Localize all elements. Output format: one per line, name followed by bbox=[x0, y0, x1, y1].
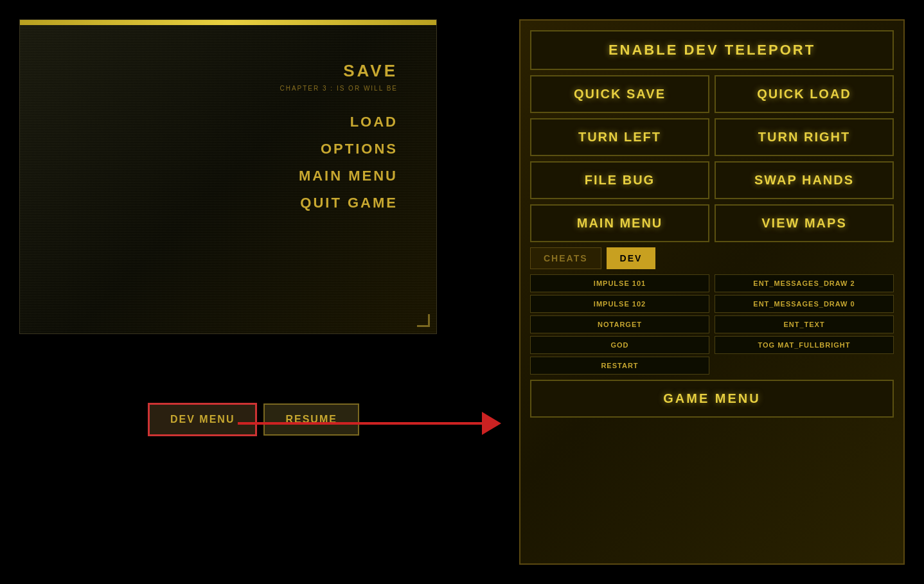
arrow-line bbox=[238, 422, 482, 425]
corner-decoration bbox=[417, 314, 430, 327]
main-menu-button[interactable]: MAIN MENU bbox=[530, 204, 709, 242]
turn-row: TURN LEFT TURN RIGHT bbox=[530, 118, 894, 156]
turn-left-button[interactable]: TURN LEFT bbox=[530, 118, 709, 156]
menu-item-save[interactable]: SAVE bbox=[343, 58, 398, 84]
list-item[interactable]: ENT_TEXT bbox=[715, 315, 894, 333]
right-dev-panel: ENABLE DEV TELEPORT QUICK SAVE QUICK LOA… bbox=[519, 19, 905, 565]
list-item[interactable]: IMPULSE 102 bbox=[530, 295, 709, 313]
quick-save-button[interactable]: QUICK SAVE bbox=[530, 75, 709, 113]
menu-items-list: SAVE CHAPTER 3 : IS OR WILL BE LOAD OPTI… bbox=[280, 58, 398, 214]
menu-item-load[interactable]: LOAD bbox=[350, 111, 398, 133]
tabs-row: CHEATS DEV bbox=[530, 247, 894, 269]
list-item[interactable]: ENT_MESSAGES_DRAW 0 bbox=[715, 295, 894, 313]
cheat-col-right: ENT_MESSAGES_DRAW 2 ENT_MESSAGES_DRAW 0 … bbox=[715, 274, 894, 375]
turn-right-button[interactable]: TURN RIGHT bbox=[715, 118, 894, 156]
cheat-items-container: IMPULSE 101 IMPULSE 102 NOTARGET GOD RES… bbox=[530, 274, 894, 375]
enable-dev-teleport-button[interactable]: ENABLE DEV TELEPORT bbox=[530, 30, 894, 70]
game-menu-button[interactable]: GAME MENU bbox=[530, 380, 894, 418]
main-menu-view-maps-row: MAIN MENU VIEW MAPS bbox=[530, 204, 894, 242]
cheat-col-left: IMPULSE 101 IMPULSE 102 NOTARGET GOD RES… bbox=[530, 274, 709, 375]
list-item[interactable]: TOG MAT_FULLBRIGHT bbox=[715, 336, 894, 354]
list-item[interactable]: ENT_MESSAGES_DRAW 2 bbox=[715, 274, 894, 292]
menu-item-save-subtitle: CHAPTER 3 : IS OR WILL BE bbox=[280, 82, 398, 94]
file-bug-button[interactable]: FILE BUG bbox=[530, 161, 709, 199]
swap-hands-button[interactable]: SWAP HANDS bbox=[715, 161, 894, 199]
view-maps-button[interactable]: VIEW MAPS bbox=[715, 204, 894, 242]
quick-save-load-row: QUICK SAVE QUICK LOAD bbox=[530, 75, 894, 113]
quick-load-button[interactable]: QUICK LOAD bbox=[715, 75, 894, 113]
menu-item-options[interactable]: OPTIONS bbox=[321, 138, 398, 160]
menu-item-main-menu[interactable]: MAIN MENU bbox=[299, 165, 398, 187]
list-item[interactable]: NOTARGET bbox=[530, 315, 709, 333]
arrow-indicator bbox=[238, 407, 508, 439]
file-bug-swap-row: FILE BUG SWAP HANDS bbox=[530, 161, 894, 199]
tab-cheats[interactable]: CHEATS bbox=[530, 247, 601, 269]
tab-dev[interactable]: DEV bbox=[607, 247, 656, 269]
menu-item-quit-game[interactable]: QUIT GAME bbox=[300, 192, 398, 214]
list-item[interactable]: IMPULSE 101 bbox=[530, 274, 709, 292]
list-item[interactable]: GOD bbox=[530, 336, 709, 354]
list-item[interactable]: RESTART bbox=[530, 357, 709, 375]
arrow-head bbox=[482, 412, 501, 435]
left-game-menu: SAVE CHAPTER 3 : IS OR WILL BE LOAD OPTI… bbox=[19, 19, 437, 334]
